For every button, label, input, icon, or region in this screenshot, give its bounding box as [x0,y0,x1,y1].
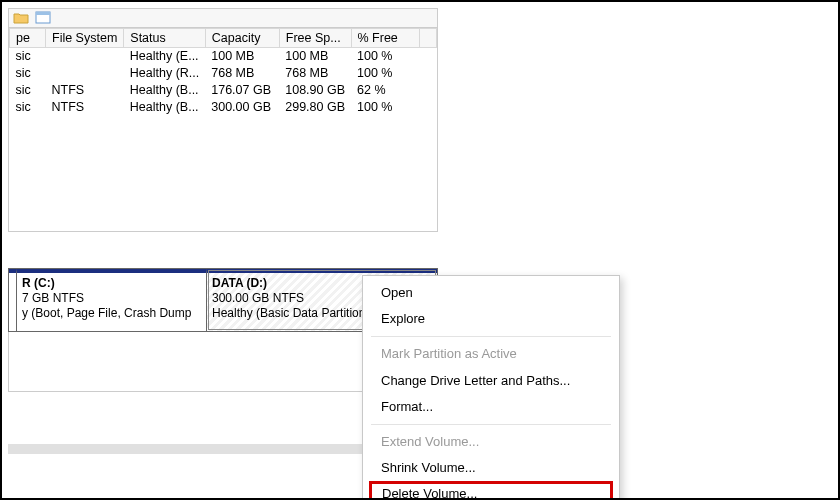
table-row[interactable]: sicNTFSHealthy (B...300.00 GB299.80 GB10… [10,99,437,116]
svg-rect-1 [36,12,50,15]
volume-table: pe File System Status Capacity Free Sp..… [9,28,437,116]
context-menu: Open Explore Mark Partition as Active Ch… [362,275,620,500]
menu-open[interactable]: Open [363,280,619,306]
col-status[interactable]: Status [124,29,205,48]
window-icon [35,10,51,26]
table-row[interactable]: sicHealthy (R...768 MB768 MB100 % [10,65,437,82]
menu-shrink-volume[interactable]: Shrink Volume... [363,455,619,481]
col-spacer [419,29,436,48]
menu-format[interactable]: Format... [363,394,619,420]
volume-list[interactable]: pe File System Status Capacity Free Sp..… [8,28,438,232]
col-cap[interactable]: Capacity [205,29,279,48]
menu-mark-active: Mark Partition as Active [363,341,619,367]
menu-delete-volume-highlight: Delete Volume... [369,481,613,500]
table-row[interactable]: sicHealthy (E...100 MB100 MB100 % [10,48,437,66]
col-free[interactable]: Free Sp... [279,29,351,48]
folder-icon [13,10,29,26]
menu-change-letter[interactable]: Change Drive Letter and Paths... [363,368,619,394]
table-row[interactable]: sicNTFSHealthy (B...176.07 GB108.90 GB62… [10,82,437,99]
menu-extend-volume: Extend Volume... [363,429,619,455]
col-type[interactable]: pe [10,29,46,48]
menu-separator [371,424,611,425]
toolbar [8,8,438,28]
menu-separator [371,336,611,337]
menu-delete-volume[interactable]: Delete Volume... [382,486,600,500]
menu-explore[interactable]: Explore [363,306,619,332]
partition-size: 7 GB NTFS [22,291,201,306]
partition-c[interactable]: R (C:) 7 GB NTFS y (Boot, Page File, Cra… [17,269,207,331]
col-fs[interactable]: File System [46,29,124,48]
partition-sliver[interactable] [9,269,17,331]
partition-title: R (C:) [22,276,201,291]
partition-status: y (Boot, Page File, Crash Dump [22,306,201,321]
col-pct[interactable]: % Free [351,29,419,48]
